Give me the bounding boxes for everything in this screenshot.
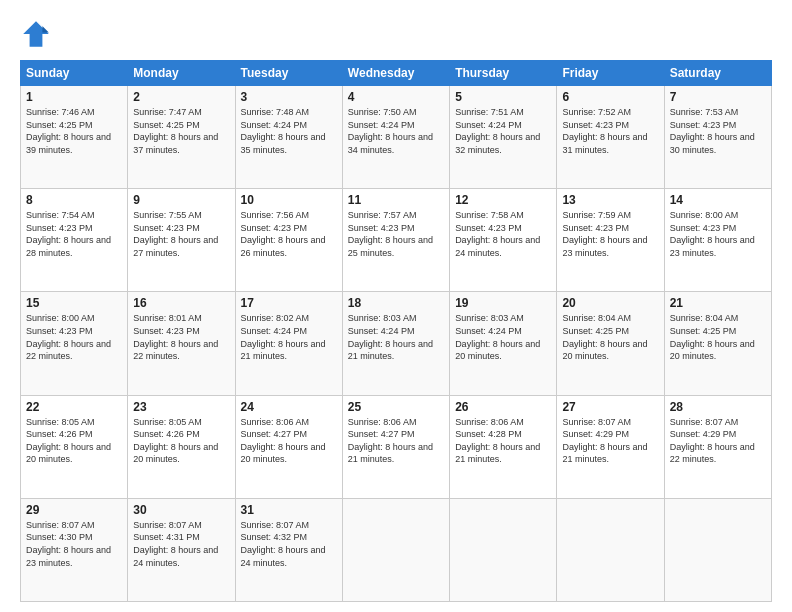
day-number: 25	[348, 400, 444, 414]
day-number: 9	[133, 193, 229, 207]
calendar-cell: 23 Sunrise: 8:05 AM Sunset: 4:26 PM Dayl…	[128, 395, 235, 498]
calendar-cell: 25 Sunrise: 8:06 AM Sunset: 4:27 PM Dayl…	[342, 395, 449, 498]
day-info: Sunrise: 7:54 AM Sunset: 4:23 PM Dayligh…	[26, 209, 122, 259]
calendar-week-4: 22 Sunrise: 8:05 AM Sunset: 4:26 PM Dayl…	[21, 395, 772, 498]
calendar-cell: 3 Sunrise: 7:48 AM Sunset: 4:24 PM Dayli…	[235, 86, 342, 189]
day-info: Sunrise: 8:07 AM Sunset: 4:29 PM Dayligh…	[670, 416, 766, 466]
day-info: Sunrise: 8:01 AM Sunset: 4:23 PM Dayligh…	[133, 312, 229, 362]
day-info: Sunrise: 7:58 AM Sunset: 4:23 PM Dayligh…	[455, 209, 551, 259]
calendar-cell: 29 Sunrise: 8:07 AM Sunset: 4:30 PM Dayl…	[21, 498, 128, 601]
day-number: 24	[241, 400, 337, 414]
calendar-cell: 27 Sunrise: 8:07 AM Sunset: 4:29 PM Dayl…	[557, 395, 664, 498]
calendar-cell: 2 Sunrise: 7:47 AM Sunset: 4:25 PM Dayli…	[128, 86, 235, 189]
calendar-cell: 16 Sunrise: 8:01 AM Sunset: 4:23 PM Dayl…	[128, 292, 235, 395]
day-info: Sunrise: 8:05 AM Sunset: 4:26 PM Dayligh…	[133, 416, 229, 466]
day-number: 31	[241, 503, 337, 517]
calendar-cell: 21 Sunrise: 8:04 AM Sunset: 4:25 PM Dayl…	[664, 292, 771, 395]
day-number: 21	[670, 296, 766, 310]
calendar-cell: 31 Sunrise: 8:07 AM Sunset: 4:32 PM Dayl…	[235, 498, 342, 601]
day-number: 23	[133, 400, 229, 414]
calendar-cell: 28 Sunrise: 8:07 AM Sunset: 4:29 PM Dayl…	[664, 395, 771, 498]
day-info: Sunrise: 8:06 AM Sunset: 4:27 PM Dayligh…	[348, 416, 444, 466]
day-info: Sunrise: 8:00 AM Sunset: 4:23 PM Dayligh…	[26, 312, 122, 362]
svg-marker-0	[23, 21, 49, 47]
calendar-cell	[450, 498, 557, 601]
calendar-header-row: SundayMondayTuesdayWednesdayThursdayFrid…	[21, 61, 772, 86]
calendar-cell: 5 Sunrise: 7:51 AM Sunset: 4:24 PM Dayli…	[450, 86, 557, 189]
day-info: Sunrise: 8:07 AM Sunset: 4:30 PM Dayligh…	[26, 519, 122, 569]
calendar-week-3: 15 Sunrise: 8:00 AM Sunset: 4:23 PM Dayl…	[21, 292, 772, 395]
day-number: 26	[455, 400, 551, 414]
calendar-cell: 18 Sunrise: 8:03 AM Sunset: 4:24 PM Dayl…	[342, 292, 449, 395]
day-number: 27	[562, 400, 658, 414]
day-info: Sunrise: 7:51 AM Sunset: 4:24 PM Dayligh…	[455, 106, 551, 156]
calendar-cell: 4 Sunrise: 7:50 AM Sunset: 4:24 PM Dayli…	[342, 86, 449, 189]
day-info: Sunrise: 7:46 AM Sunset: 4:25 PM Dayligh…	[26, 106, 122, 156]
calendar-table: SundayMondayTuesdayWednesdayThursdayFrid…	[20, 60, 772, 602]
calendar-header-sunday: Sunday	[21, 61, 128, 86]
day-number: 18	[348, 296, 444, 310]
day-info: Sunrise: 8:07 AM Sunset: 4:31 PM Dayligh…	[133, 519, 229, 569]
day-number: 15	[26, 296, 122, 310]
day-number: 16	[133, 296, 229, 310]
calendar-week-1: 1 Sunrise: 7:46 AM Sunset: 4:25 PM Dayli…	[21, 86, 772, 189]
calendar-week-2: 8 Sunrise: 7:54 AM Sunset: 4:23 PM Dayli…	[21, 189, 772, 292]
calendar-header-friday: Friday	[557, 61, 664, 86]
calendar-cell: 11 Sunrise: 7:57 AM Sunset: 4:23 PM Dayl…	[342, 189, 449, 292]
calendar-week-5: 29 Sunrise: 8:07 AM Sunset: 4:30 PM Dayl…	[21, 498, 772, 601]
day-number: 1	[26, 90, 122, 104]
calendar-cell	[342, 498, 449, 601]
calendar-header-wednesday: Wednesday	[342, 61, 449, 86]
page: SundayMondayTuesdayWednesdayThursdayFrid…	[0, 0, 792, 612]
day-number: 10	[241, 193, 337, 207]
day-info: Sunrise: 8:03 AM Sunset: 4:24 PM Dayligh…	[455, 312, 551, 362]
calendar-cell: 10 Sunrise: 7:56 AM Sunset: 4:23 PM Dayl…	[235, 189, 342, 292]
calendar-cell: 26 Sunrise: 8:06 AM Sunset: 4:28 PM Dayl…	[450, 395, 557, 498]
day-info: Sunrise: 7:56 AM Sunset: 4:23 PM Dayligh…	[241, 209, 337, 259]
day-info: Sunrise: 8:07 AM Sunset: 4:32 PM Dayligh…	[241, 519, 337, 569]
calendar-cell	[664, 498, 771, 601]
day-info: Sunrise: 7:59 AM Sunset: 4:23 PM Dayligh…	[562, 209, 658, 259]
calendar-cell: 8 Sunrise: 7:54 AM Sunset: 4:23 PM Dayli…	[21, 189, 128, 292]
day-info: Sunrise: 7:52 AM Sunset: 4:23 PM Dayligh…	[562, 106, 658, 156]
day-info: Sunrise: 7:53 AM Sunset: 4:23 PM Dayligh…	[670, 106, 766, 156]
day-number: 6	[562, 90, 658, 104]
calendar-header-saturday: Saturday	[664, 61, 771, 86]
day-info: Sunrise: 8:05 AM Sunset: 4:26 PM Dayligh…	[26, 416, 122, 466]
calendar-cell: 15 Sunrise: 8:00 AM Sunset: 4:23 PM Dayl…	[21, 292, 128, 395]
day-number: 22	[26, 400, 122, 414]
calendar-cell	[557, 498, 664, 601]
day-info: Sunrise: 8:06 AM Sunset: 4:27 PM Dayligh…	[241, 416, 337, 466]
day-info: Sunrise: 8:07 AM Sunset: 4:29 PM Dayligh…	[562, 416, 658, 466]
day-number: 20	[562, 296, 658, 310]
day-number: 3	[241, 90, 337, 104]
calendar-header-thursday: Thursday	[450, 61, 557, 86]
header	[20, 18, 772, 50]
day-number: 17	[241, 296, 337, 310]
day-number: 2	[133, 90, 229, 104]
day-info: Sunrise: 7:55 AM Sunset: 4:23 PM Dayligh…	[133, 209, 229, 259]
calendar-cell: 7 Sunrise: 7:53 AM Sunset: 4:23 PM Dayli…	[664, 86, 771, 189]
day-number: 19	[455, 296, 551, 310]
calendar-cell: 22 Sunrise: 8:05 AM Sunset: 4:26 PM Dayl…	[21, 395, 128, 498]
day-number: 12	[455, 193, 551, 207]
logo-icon	[20, 18, 52, 50]
day-info: Sunrise: 7:50 AM Sunset: 4:24 PM Dayligh…	[348, 106, 444, 156]
day-number: 30	[133, 503, 229, 517]
calendar-cell: 17 Sunrise: 8:02 AM Sunset: 4:24 PM Dayl…	[235, 292, 342, 395]
calendar-cell: 12 Sunrise: 7:58 AM Sunset: 4:23 PM Dayl…	[450, 189, 557, 292]
calendar-cell: 1 Sunrise: 7:46 AM Sunset: 4:25 PM Dayli…	[21, 86, 128, 189]
day-number: 4	[348, 90, 444, 104]
calendar-cell: 19 Sunrise: 8:03 AM Sunset: 4:24 PM Dayl…	[450, 292, 557, 395]
day-info: Sunrise: 8:06 AM Sunset: 4:28 PM Dayligh…	[455, 416, 551, 466]
logo	[20, 18, 56, 50]
calendar-cell: 14 Sunrise: 8:00 AM Sunset: 4:23 PM Dayl…	[664, 189, 771, 292]
day-number: 11	[348, 193, 444, 207]
day-info: Sunrise: 7:47 AM Sunset: 4:25 PM Dayligh…	[133, 106, 229, 156]
calendar-cell: 13 Sunrise: 7:59 AM Sunset: 4:23 PM Dayl…	[557, 189, 664, 292]
day-number: 8	[26, 193, 122, 207]
day-number: 28	[670, 400, 766, 414]
day-info: Sunrise: 8:04 AM Sunset: 4:25 PM Dayligh…	[562, 312, 658, 362]
day-info: Sunrise: 7:57 AM Sunset: 4:23 PM Dayligh…	[348, 209, 444, 259]
day-info: Sunrise: 7:48 AM Sunset: 4:24 PM Dayligh…	[241, 106, 337, 156]
